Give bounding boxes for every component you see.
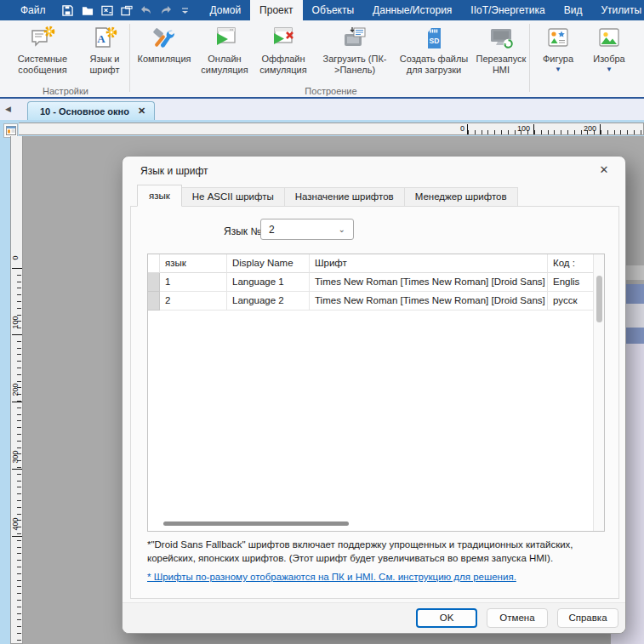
language-font-dialog: Язык и шрифт ✕ язык Не ASCII шрифты Назн… [122, 156, 626, 634]
v-ruler-number: 100 [11, 311, 20, 333]
customize-quick-access-icon[interactable] [179, 3, 192, 17]
tab-close-icon[interactable]: ✕ [138, 105, 145, 117]
cell-language-number: 1 [160, 273, 227, 292]
build-group-label: Построение [132, 86, 530, 96]
row-selector[interactable] [148, 292, 160, 311]
v-ruler-mark [12, 536, 22, 537]
h-ruler-number: 0 [460, 124, 464, 133]
table-row[interactable]: 2 Language 2 Times New Roman [Times New … [148, 292, 604, 311]
h-ruler-number: 100 [517, 124, 530, 133]
font-help-link[interactable]: * Шрифты по-разному отображаются на ПК и… [147, 572, 516, 582]
chevron-down-icon: ⌄ [339, 225, 353, 234]
shape-button[interactable]: Фигура ▼ [533, 20, 584, 83]
open-icon[interactable] [81, 3, 94, 17]
image-dropdown-icon[interactable]: ▼ [606, 66, 613, 73]
redo-icon[interactable] [159, 3, 173, 17]
menu-item-project[interactable]: Проект [250, 0, 303, 20]
tab-scroll-left-icon[interactable]: ◀ [5, 105, 11, 113]
menu-item-objects[interactable]: Объекты [303, 0, 364, 20]
restart-hmi-button[interactable]: Перезапуск HMI [472, 20, 530, 83]
row-selector[interactable] [148, 273, 160, 292]
tab-non-ascii-fonts[interactable]: Не ASCII шрифты [182, 187, 285, 207]
image-button[interactable]: Изобра ▼ [584, 20, 635, 83]
tab-font-manager[interactable]: Менеджер шрифтов [405, 187, 518, 207]
horizontal-ruler[interactable]: 0 100 200 [19, 123, 644, 135]
droid-sans-footnote: *"Droid Sans Fallback" шрифтов включает … [147, 538, 611, 565]
shape-icon [544, 25, 573, 52]
dialog-title: Язык и шрифт [140, 165, 208, 177]
tab-language[interactable]: язык [137, 185, 182, 207]
menu-item-data-history[interactable]: Данные/История [363, 0, 461, 20]
document-tab[interactable]: 10 - Основное окно ✕ [27, 101, 155, 120]
system-messages-label: Системные сообщения [3, 54, 82, 76]
ok-button[interactable]: OK [416, 608, 477, 628]
dialog-close-icon[interactable]: ✕ [596, 162, 612, 178]
online-simulation-button[interactable]: Онлайн симуляция [197, 20, 253, 83]
sd-card-icon: SD [419, 25, 448, 52]
row-selector-header [148, 254, 160, 273]
language-font-label: Язык и шрифт [82, 54, 128, 76]
dialog-tabs: язык Не ASCII шрифты Назначение шрифтов … [137, 185, 518, 207]
h-ruler-number: 200 [584, 124, 596, 133]
v-ruler-number: 0 [11, 247, 20, 269]
v-ruler-number: 300 [11, 446, 20, 468]
table-header-row: язык Display Name Шрифт Код : [148, 254, 604, 273]
build-download-files-label: Создать файлы для загрузки [396, 54, 472, 76]
menu-item-view[interactable]: Вид [555, 0, 592, 20]
cell-font: Times New Roman [Times New Roman] [Droid… [310, 292, 548, 311]
h-ruler-mark [600, 124, 601, 134]
dialog-footer: OK Отмена Справка [123, 602, 625, 633]
system-messages-button[interactable]: Системные сообщения [3, 20, 82, 83]
table-horizontal-scrollbar[interactable] [163, 521, 349, 526]
image-icon [595, 25, 624, 52]
language-font-button[interactable]: A Язык и шрифт [82, 20, 128, 83]
document-tab-strip: ◀ 10 - Основное окно ✕ [0, 99, 644, 120]
table-row[interactable]: 1 Language 1 Times New Roman [Times New … [148, 273, 604, 292]
shape-label: Фигура [543, 54, 573, 65]
menu-item-iiot-energy[interactable]: IIoT/Энергетика [461, 0, 554, 20]
ribbon: Системные сообщения A Язык и шрифт Настр… [0, 20, 644, 97]
online-simulation-icon [210, 25, 239, 52]
new-window-icon[interactable] [120, 3, 134, 17]
table-vertical-scrollbar[interactable] [593, 254, 604, 531]
v-ruler-number: 200 [11, 379, 20, 401]
col-header-display-name: Display Name [227, 254, 310, 273]
document-tab-label: 10 - Основное окно [40, 106, 129, 117]
quick-access-toolbar [58, 0, 201, 20]
menu-item-home[interactable]: Домой [201, 0, 251, 20]
download-pc-panel-label: Загрузить (ПК->Панель) [314, 54, 396, 76]
group-separator [529, 24, 530, 92]
window-export-icon[interactable] [100, 3, 114, 17]
col-header-language: язык [160, 254, 227, 273]
restart-hmi-icon [487, 25, 516, 52]
shape-dropdown-icon[interactable]: ▼ [555, 66, 561, 73]
compile-icon [150, 25, 179, 52]
compile-button[interactable]: Компиляция [132, 20, 197, 83]
download-pc-panel-button[interactable]: Загрузить (ПК->Панель) [314, 20, 396, 83]
offline-simulation-button[interactable]: Оффлайн симуляция [253, 20, 314, 83]
cell-language-number: 2 [160, 292, 227, 311]
language-number-select[interactable]: 2 ⌄ [260, 219, 354, 240]
system-messages-icon [28, 25, 57, 52]
menu-item-utilities[interactable]: Утилиты [591, 0, 644, 20]
language-table: язык Display Name Шрифт Код : 1 Language… [147, 254, 605, 532]
ribbon-group-settings: Системные сообщения A Язык и шрифт Настр… [3, 20, 128, 97]
vertical-ruler[interactable]: 0 100 200 300 400 [10, 136, 23, 644]
h-ruler-ticks [468, 130, 643, 134]
tab-font-mapping[interactable]: Назначение шрифтов [285, 187, 405, 207]
menu-bar: Файл Домой Проект [0, 0, 644, 20]
save-icon[interactable] [61, 3, 75, 17]
scrollbar-thumb[interactable] [596, 276, 602, 322]
v-ruler-mark [12, 469, 22, 470]
undo-icon[interactable] [140, 3, 153, 17]
cancel-button[interactable]: Отмена [487, 608, 548, 628]
build-download-files-button[interactable]: SD Создать файлы для загрузки [396, 20, 472, 83]
col-header-font: Шрифт [310, 254, 548, 273]
menu-file[interactable]: Файл [0, 0, 58, 20]
ribbon-group-drawing: Фигура ▼ Изобра ▼ [533, 20, 644, 97]
svg-text:SD: SD [430, 37, 440, 45]
help-button[interactable]: Справка [557, 608, 618, 628]
compile-label: Компиляция [138, 54, 191, 65]
restart-hmi-label: Перезапуск HMI [472, 54, 530, 76]
h-ruler-mark [533, 124, 534, 134]
